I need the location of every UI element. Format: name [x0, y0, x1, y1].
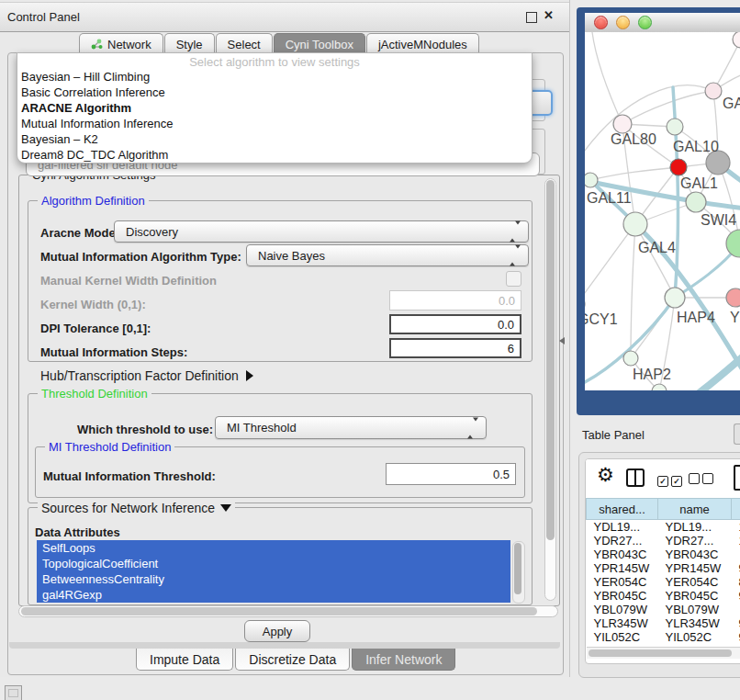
tab-jactivemnodules[interactable]: jActiveMNodules: [366, 33, 479, 53]
table-horizontal-scrollbar[interactable]: [587, 647, 740, 659]
tab-label: jActiveMNodules: [378, 38, 467, 51]
table-row[interactable]: YPR145WYPR145W9.: [587, 561, 740, 575]
scrollbar-thumb[interactable]: [546, 180, 555, 540]
cyni-bottom-tabbar: Impute Data Discretize Data Infer Networ…: [136, 649, 457, 671]
column-header[interactable]: name: [658, 499, 732, 520]
columns-icon[interactable]: [626, 469, 645, 487]
selected-value: Discovery: [126, 225, 178, 239]
mi-steps-label: Mutual Information Steps:: [40, 345, 187, 359]
table-row[interactable]: YBL079WYBL079W: [587, 603, 740, 616]
dpi-tolerance-field[interactable]: 0.0: [389, 314, 521, 334]
control-panel-titlebar: Control Panel: [0, 2, 569, 32]
close-window-icon[interactable]: [594, 16, 608, 29]
table-row[interactable]: YBR045CYBR045C9.: [587, 589, 740, 603]
mi-algorithm-type-select[interactable]: Naive Bayes: [246, 244, 529, 266]
table-row[interactable]: YBR043CYBR043C: [587, 548, 740, 561]
sources-toggle[interactable]: Sources for Network Inference: [38, 501, 235, 515]
node-label: HAP4: [677, 310, 715, 326]
apply-button[interactable]: Apply: [244, 620, 310, 642]
scrollbar-thumb[interactable]: [589, 649, 732, 657]
network-window-titlebar[interactable]: [585, 13, 740, 33]
collapsed-panel-icon[interactable]: [5, 685, 22, 700]
network-canvas[interactable]: GAL GAL80 GAL10 GAL1 GAL11 SWI4 GAL4 GCY…: [585, 32, 740, 390]
gear-icon[interactable]: ⚙: [597, 464, 614, 486]
data-attributes-list: SelfLoops TopologicalCoefficient Between…: [37, 540, 510, 603]
node-label: GAL: [723, 96, 740, 112]
close-panel-icon[interactable]: ✕: [544, 8, 554, 22]
screen: { "control_panel": { "title": "Control P…: [0, 0, 740, 700]
tab-infer-network[interactable]: Infer Network: [352, 649, 455, 671]
mi-threshold-field[interactable]: 0.5: [386, 463, 516, 485]
tab-discretize-data[interactable]: Discretize Data: [235, 649, 350, 671]
select-all-columns-icon[interactable]: ✓✓: [657, 471, 685, 488]
tab-label: Style: [176, 38, 203, 51]
scrollbar-thumb[interactable]: [21, 607, 537, 615]
algorithm-option[interactable]: Bayesian – K2: [17, 131, 532, 147]
float-panel-icon[interactable]: [526, 12, 537, 23]
scrollbar-thumb[interactable]: [514, 543, 521, 594]
sources-title: Sources for Network Inference: [41, 501, 215, 515]
table-row[interactable]: YDR27...YDR27...12: [587, 534, 740, 548]
node-label: Y: [730, 310, 740, 326]
zoom-window-icon[interactable]: [638, 16, 652, 29]
unchecked-box-icon: [689, 473, 700, 484]
table-header-row: shared... name A: [587, 499, 740, 520]
tab-impute-data[interactable]: Impute Data: [136, 649, 233, 671]
checked-box-icon: ✓: [671, 476, 682, 487]
table-row[interactable]: YIL052CYIL052C9: [587, 630, 740, 644]
network-view-window: GAL GAL80 GAL10 GAL1 GAL11 SWI4 GAL4 GCY…: [577, 7, 740, 415]
panel-title: Control Panel: [0, 10, 80, 24]
tab-network[interactable]: Network: [79, 33, 163, 53]
dropdown-hint: Select algorithm to view settings: [17, 53, 532, 69]
mi-threshold-label: Mutual Information Threshold:: [43, 469, 216, 483]
kernel-width-label: Kernel Width (0,1):: [40, 298, 146, 311]
spinner-arrows-icon: [510, 249, 521, 263]
node-label: GAL10: [673, 139, 719, 155]
deselect-all-columns-icon[interactable]: [689, 471, 716, 488]
selected-value: Naive Bayes: [258, 249, 325, 263]
column-header[interactable]: A: [732, 499, 740, 520]
attribute-item-selected[interactable]: gal4RGexp: [37, 587, 510, 603]
table-panel-button-fragment[interactable]: [734, 423, 740, 445]
table-row[interactable]: YLR345WYLR345W9.: [587, 616, 740, 630]
tab-select[interactable]: Select: [216, 33, 273, 53]
table-row[interactable]: YDL19...YDL19...13: [587, 520, 740, 535]
spinner-arrows-icon: [510, 225, 521, 239]
table-row[interactable]: YER054CYER054C8.: [587, 575, 740, 589]
kernel-width-field[interactable]: 0.0: [389, 290, 521, 310]
which-threshold-select[interactable]: MI Threshold: [215, 416, 487, 439]
tab-label: Network: [107, 38, 151, 51]
mi-steps-field[interactable]: 6: [389, 338, 521, 358]
tab-cyni-toolbox[interactable]: Cyni Toolbox: [274, 33, 365, 53]
attribute-list-scrollbar[interactable]: [512, 541, 525, 604]
control-panel-tabbar: Network Style Select Cyni Toolbox jActiv…: [79, 33, 480, 53]
algorithm-option[interactable]: Mutual Information Inference: [17, 116, 532, 131]
manual-kernel-checkbox[interactable]: [506, 271, 521, 287]
tab-style[interactable]: Style: [164, 33, 215, 53]
panel-divider-collapse-icon[interactable]: [559, 337, 565, 344]
dpi-tolerance-label: DPI Tolerance [0,1]:: [40, 322, 151, 335]
document-icon[interactable]: [734, 465, 740, 491]
algorithm-option[interactable]: Dream8 DC_TDC Algorithm: [17, 147, 532, 163]
attribute-item-selected[interactable]: SelfLoops: [37, 540, 510, 556]
node-label: SWI4: [701, 212, 736, 229]
node-table: shared... name A YDL19...YDL19...13 YDR2…: [586, 498, 740, 644]
spinner-arrows-icon: [467, 421, 478, 435]
algorithm-option-aracne[interactable]: ARACNE Algorithm: [17, 100, 532, 116]
algorithm-option[interactable]: Basic Correlation Inference: [17, 85, 532, 100]
settings-vertical-scrollbar[interactable]: [544, 178, 556, 601]
panel-bottom-strip: [9, 642, 560, 649]
attribute-item-selected[interactable]: BetweennessCentrality: [37, 571, 510, 587]
mi-type-label: Mutual Information Algorithm Type:: [40, 250, 241, 264]
aracne-mode-label: Aracne Mode:: [40, 226, 119, 240]
selected-value: MI Threshold: [227, 421, 297, 435]
algorithm-dropdown-popup: Select algorithm to view settings Bayesi…: [17, 52, 533, 164]
attribute-item-selected[interactable]: TopologicalCoefficient: [37, 556, 510, 571]
hub-section-toggle[interactable]: Hub/Transcription Factor Definition: [40, 368, 253, 383]
aracne-mode-select[interactable]: Discovery: [114, 220, 529, 243]
algorithm-option[interactable]: Bayesian – Hill Climbing: [17, 69, 532, 85]
group-title: MI Threshold Definition: [45, 440, 174, 454]
minimize-window-icon[interactable]: [616, 16, 630, 29]
settings-horizontal-scrollbar[interactable]: [18, 605, 558, 617]
column-header[interactable]: shared...: [587, 499, 658, 520]
